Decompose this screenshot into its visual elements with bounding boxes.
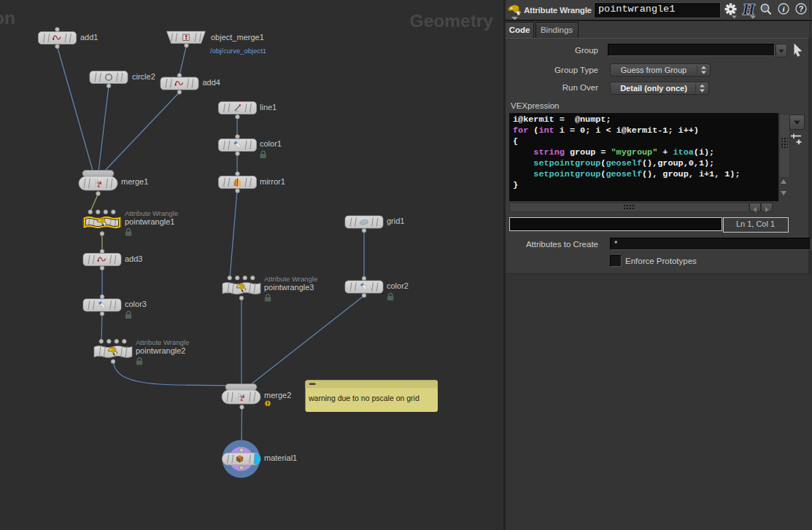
svg-text:H: H (742, 1, 755, 18)
svg-text:?: ? (798, 4, 803, 13)
